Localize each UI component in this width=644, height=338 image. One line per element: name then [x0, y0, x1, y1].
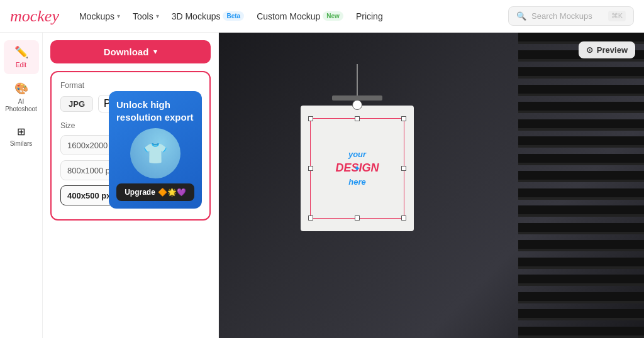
canvas-background: your DESIGN here ✦ ⊙ Preview [219, 33, 644, 338]
nav-mockups[interactable]: Mockups ▾ [79, 11, 120, 21]
similars-icon: ⊞ [17, 126, 25, 138]
canvas: your DESIGN here ✦ ⊙ Preview [219, 33, 644, 338]
header: mockey Mockups ▾ Tools ▾ 3D Mockups Beta… [0, 0, 644, 33]
preview-button[interactable]: ⊙ Preview [579, 41, 635, 58]
handle-top-left[interactable] [308, 116, 313, 121]
search-shortcut: ⌘K [608, 11, 626, 21]
nav-pricing[interactable]: Pricing [356, 11, 383, 21]
preview-icon: ⊙ [586, 45, 593, 55]
logo[interactable]: mockey [10, 7, 59, 26]
sidebar-item-similars[interactable]: ⊞ Similars [4, 121, 39, 153]
sidebar-item-edit[interactable]: ✏️ Edit [4, 40, 39, 74]
chevron-down-icon: ▾ [117, 13, 120, 19]
handle-mid-right[interactable] [401, 166, 406, 171]
panel: Download ▾ Format JPG PNG ✕ Size 1600x20… [43, 33, 219, 338]
search-bar[interactable]: 🔍 Search Mockups ⌘K [508, 6, 634, 26]
nav-custom-mockup[interactable]: Custom Mockup New [257, 11, 343, 21]
sidebar: ✏️ Edit 🎨 AI Photoshoot ⊞ Similars [0, 33, 43, 338]
upsell-tshirt-image: 👕 [130, 128, 180, 178]
handle-mid-bottom[interactable] [355, 215, 360, 221]
edit-icon: ✏️ [14, 45, 28, 59]
nav: Mockups ▾ Tools ▾ 3D Mockups Beta Custom… [79, 11, 383, 21]
handle-mid-left[interactable] [308, 166, 313, 171]
nav-tools[interactable]: Tools ▾ [133, 11, 159, 21]
venetian-blinds [518, 33, 644, 338]
handle-bottom-left[interactable] [308, 215, 313, 221]
upgrade-button[interactable]: Upgrade 🔶🌟💜 [116, 183, 194, 201]
download-button[interactable]: Download ▾ [50, 40, 211, 63]
chevron-down-icon: ▾ [156, 13, 159, 19]
design-selection-box[interactable]: your DESIGN here ✦ [310, 118, 404, 219]
format-label: Format [60, 81, 201, 90]
sidebar-item-ai-photoshoot[interactable]: 🎨 AI Photoshoot [4, 77, 39, 118]
beta-badge: Beta [223, 11, 244, 21]
search-icon: 🔍 [516, 11, 526, 21]
handle-bottom-right[interactable] [401, 215, 406, 221]
move-icon: ✦ [353, 163, 361, 173]
handle-top-right[interactable] [401, 116, 406, 121]
sign-wire [357, 64, 358, 95]
search-placeholder: Search Mockups [531, 11, 603, 21]
upsell-title: Unlock high resolution export [116, 99, 194, 123]
main-area: ✏️ Edit 🎨 AI Photoshoot ⊞ Similars Downl… [0, 33, 644, 338]
rotate-handle[interactable] [352, 100, 362, 110]
chevron-down-icon: ▾ [153, 48, 157, 56]
mockup-sign: your DESIGN here ✦ [301, 64, 414, 231]
handle-mid-top[interactable] [355, 116, 360, 121]
download-dropdown: Format JPG PNG ✕ Size 1600x2000 px ✕ 800… [50, 71, 211, 221]
format-jpg-button[interactable]: JPG [60, 96, 93, 112]
ai-photoshoot-icon: 🎨 [14, 82, 28, 95]
sign-board[interactable]: your DESIGN here ✦ [301, 106, 414, 231]
app: mockey Mockups ▾ Tools ▾ 3D Mockups Beta… [0, 0, 644, 338]
new-badge: New [323, 11, 343, 21]
upsell-card: Unlock high resolution export 👕 Upgrade … [109, 91, 202, 209]
nav-3d-mockups[interactable]: 3D Mockups Beta [172, 11, 245, 21]
